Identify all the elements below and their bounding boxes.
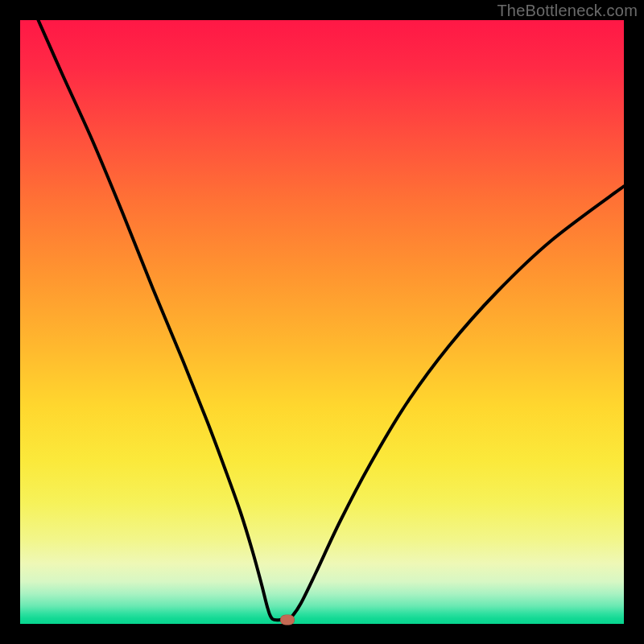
curve-svg	[20, 20, 624, 624]
chart-frame: TheBottleneck.com	[0, 0, 644, 644]
watermark-text: TheBottleneck.com	[497, 2, 638, 20]
bottleneck-curve	[39, 20, 625, 620]
optimal-point-marker	[280, 614, 295, 625]
plot-area	[20, 20, 624, 624]
